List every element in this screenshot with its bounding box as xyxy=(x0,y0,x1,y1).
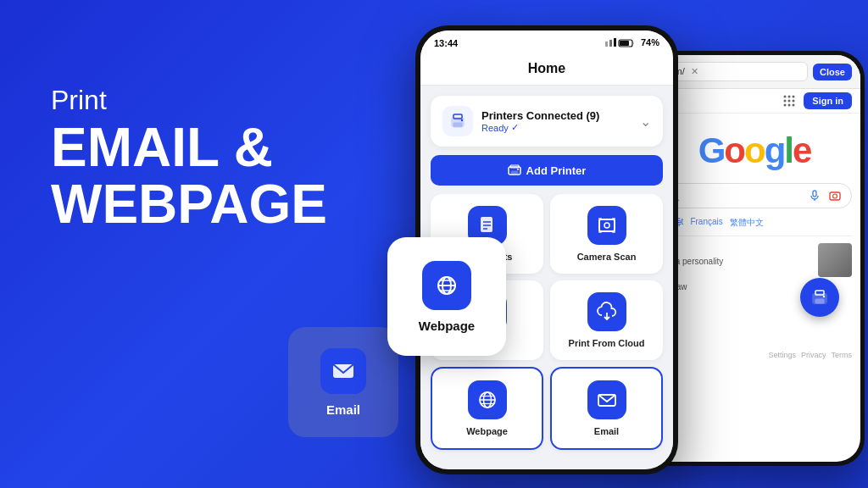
browser-address-bar: com/ ✕ Close xyxy=(648,55,860,89)
result-thumbnail xyxy=(818,243,852,277)
print-from-cloud-icon xyxy=(587,292,626,331)
svg-point-38 xyxy=(784,100,787,103)
microphone-icon xyxy=(809,190,821,202)
email-grid-icon xyxy=(587,380,626,419)
browser-url-field[interactable]: com/ ✕ xyxy=(657,62,808,81)
chevron-down-icon: ⌄ xyxy=(640,114,651,130)
svg-point-41 xyxy=(784,104,787,107)
add-printer-label: Add Printer xyxy=(526,164,587,177)
svg-point-36 xyxy=(788,96,791,98)
webpage-card-label: Webpage xyxy=(419,319,475,333)
status-time: 13:44 xyxy=(434,38,458,48)
browser-nav-bar: Sign in xyxy=(648,89,860,114)
email-grid-label: Email xyxy=(594,426,619,436)
language-links: ng Việt Français 繁體中文 xyxy=(657,217,852,229)
browser-search-bar[interactable] xyxy=(657,183,852,208)
add-printer-button[interactable]: Add Printer xyxy=(431,155,663,186)
svg-point-37 xyxy=(793,96,795,98)
svg-point-49 xyxy=(833,194,837,198)
svg-point-40 xyxy=(793,100,795,103)
webpage-grid-label: Webpage xyxy=(466,426,508,436)
print-from-cloud-label: Print From Cloud xyxy=(569,338,645,348)
headline: EMAIL & WEBPAGE xyxy=(51,119,327,233)
svg-point-11 xyxy=(461,119,463,121)
svg-rect-23 xyxy=(598,230,602,233)
webpage-card-icon xyxy=(422,261,471,310)
grid-cell-camera-scan[interactable]: Camera Scan xyxy=(550,194,663,274)
browser-body: Google ng Việt F xyxy=(648,114,860,368)
webpage-icon xyxy=(468,380,507,419)
status-right: 74% xyxy=(604,37,659,49)
svg-point-53 xyxy=(823,296,825,297)
phone-header: Home xyxy=(420,56,673,86)
headline-line2: WEBPAGE xyxy=(51,176,327,233)
svg-point-35 xyxy=(784,96,787,98)
svg-rect-10 xyxy=(453,123,462,127)
svg-point-15 xyxy=(517,169,519,170)
email-card-icon xyxy=(320,348,366,394)
sign-in-button[interactable]: Sign in xyxy=(804,92,852,109)
grid-dots-icon xyxy=(782,93,797,108)
browser-close-button[interactable]: Close xyxy=(813,64,852,80)
grid-cell-webpage[interactable]: Webpage xyxy=(431,367,543,450)
left-text-section: Print EMAIL & WEBPAGE xyxy=(51,85,327,233)
headline-line1: EMAIL & xyxy=(51,119,327,176)
svg-rect-9 xyxy=(453,114,462,119)
svg-point-25 xyxy=(604,223,609,228)
svg-rect-16 xyxy=(481,217,492,232)
grid-cell-print-from-cloud[interactable]: Print From Cloud xyxy=(550,280,663,360)
webpage-floating-card[interactable]: Webpage xyxy=(387,237,506,356)
email-floating-card[interactable]: Email xyxy=(288,327,398,437)
printer-title: Printers Connected (9) xyxy=(481,109,640,122)
camera-icon xyxy=(829,190,841,202)
fab-print-button[interactable] xyxy=(800,278,839,317)
svg-rect-24 xyxy=(612,230,615,233)
svg-point-39 xyxy=(788,100,791,103)
grid-cell-email[interactable]: Email xyxy=(550,367,663,450)
footer-links: Settings Privacy Terms xyxy=(768,351,852,359)
email-card-label: Email xyxy=(326,402,360,417)
svg-rect-7 xyxy=(620,41,629,46)
svg-rect-48 xyxy=(830,192,840,200)
printer-card[interactable]: Printers Connected (9) Ready ✓ ⌄ xyxy=(431,96,663,147)
svg-rect-52 xyxy=(815,299,824,303)
printer-icon xyxy=(442,106,473,136)
google-logo: Google xyxy=(657,130,852,171)
printer-info: Printers Connected (9) Ready ✓ xyxy=(481,109,640,133)
camera-scan-icon xyxy=(587,206,626,245)
phone-status-bar: 13:44 74% xyxy=(420,30,673,56)
printer-status: Ready ✓ xyxy=(481,122,640,133)
svg-rect-21 xyxy=(598,218,602,220)
svg-rect-51 xyxy=(815,291,824,295)
battery-text: 74% xyxy=(641,37,659,47)
svg-rect-14 xyxy=(511,171,518,174)
print-label: Print xyxy=(51,85,327,116)
svg-point-42 xyxy=(788,104,791,107)
svg-point-43 xyxy=(793,104,795,107)
svg-rect-20 xyxy=(599,219,615,231)
url-clear-icon[interactable]: ✕ xyxy=(691,66,698,76)
svg-rect-46 xyxy=(813,191,816,197)
browser-footer-area: Settings Privacy Terms xyxy=(657,291,852,359)
camera-scan-label: Camera Scan xyxy=(577,252,637,262)
svg-rect-22 xyxy=(612,218,615,220)
